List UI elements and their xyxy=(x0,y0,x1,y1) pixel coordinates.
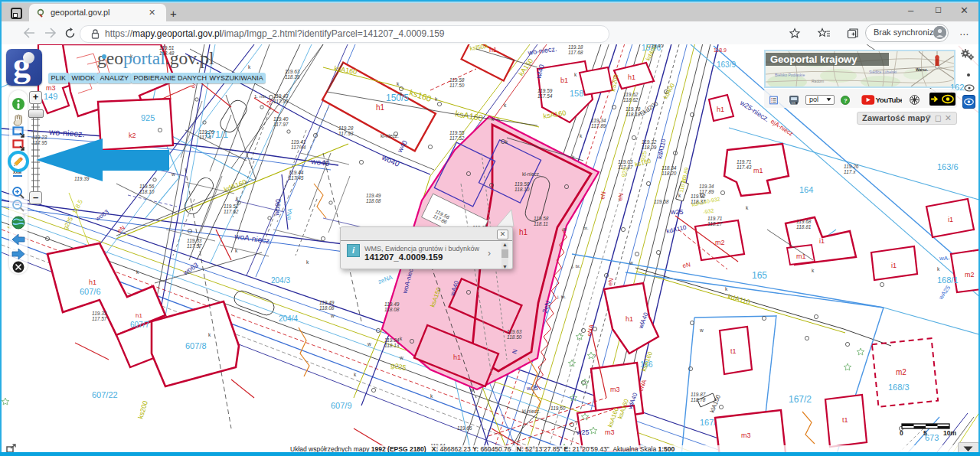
svg-text:h1: h1 xyxy=(453,353,461,361)
svg-text:163/6: 163/6 xyxy=(937,162,959,171)
svg-text:k: k xyxy=(397,81,400,86)
svg-text:117.50: 117.50 xyxy=(449,83,465,88)
svg-text:117.62: 117.62 xyxy=(224,209,239,214)
svg-text:118.5: 118.5 xyxy=(71,198,84,215)
svg-text:m3: m3 xyxy=(610,386,620,393)
svg-text:119.34: 119.34 xyxy=(591,118,606,123)
svg-text:h1: h1 xyxy=(626,315,633,323)
svg-text:kdA110: kdA110 xyxy=(666,224,688,235)
svg-text:g225: g225 xyxy=(390,361,407,372)
svg-text:118.50: 118.50 xyxy=(507,334,522,340)
svg-text:-932: -932 xyxy=(703,207,714,215)
svg-text:119.44: 119.44 xyxy=(289,170,304,175)
svg-text:119.03: 119.03 xyxy=(618,159,633,164)
svg-text:119.55: 119.55 xyxy=(449,130,465,135)
svg-text:m3: m3 xyxy=(605,428,615,436)
svg-text:eNA: eNA xyxy=(285,207,294,221)
svg-text:g225: g225 xyxy=(62,216,75,231)
svg-text:119.58: 119.58 xyxy=(654,199,669,204)
svg-text:h1: h1 xyxy=(628,73,635,81)
svg-text:Geoportal krajowy: Geoportal krajowy xyxy=(770,54,858,65)
svg-text:119.60: 119.60 xyxy=(550,406,566,411)
svg-text:t1: t1 xyxy=(730,347,737,355)
svg-text:119.26: 119.26 xyxy=(199,129,214,135)
svg-text:m3: m3 xyxy=(741,432,751,439)
svg-text:k: k xyxy=(725,286,728,292)
svg-text:118.08: 118.08 xyxy=(384,307,400,312)
svg-text:117.87: 117.87 xyxy=(618,164,633,170)
svg-text:h1: h1 xyxy=(376,103,385,112)
svg-text:eN: eN xyxy=(606,277,615,286)
svg-text:117.68: 117.68 xyxy=(568,50,583,55)
svg-text:j. bt.: j. bt. xyxy=(557,295,567,299)
svg-text:w: w xyxy=(367,341,371,347)
svg-text:119.26: 119.26 xyxy=(844,164,859,169)
svg-text:k: k xyxy=(937,266,940,272)
svg-text:i1: i1 xyxy=(948,216,953,223)
svg-text:117.57: 117.57 xyxy=(92,316,107,321)
svg-text:ks200: ks200 xyxy=(136,400,149,420)
svg-text:158: 158 xyxy=(570,89,583,98)
svg-text:wo90: wo90 xyxy=(273,199,283,217)
svg-text:119.34: 119.34 xyxy=(699,184,714,189)
svg-text:119.18: 119.18 xyxy=(568,44,583,50)
svg-text:119.59: 119.59 xyxy=(537,88,553,93)
svg-text:117.93: 117.93 xyxy=(338,131,354,136)
svg-text:119.33: 119.33 xyxy=(92,311,107,316)
svg-text:168/3: 168/3 xyxy=(888,383,910,392)
svg-text:167/2: 167/2 xyxy=(789,394,812,405)
svg-text:GIS: GIS xyxy=(791,102,796,105)
svg-text:k: k xyxy=(235,248,238,253)
svg-text:YouTube: YouTube xyxy=(876,96,903,104)
svg-text:119.52: 119.52 xyxy=(224,204,239,209)
svg-text:eNA: eNA xyxy=(586,324,595,337)
svg-text:k: k xyxy=(746,205,749,210)
svg-text:Warsz.: Warsz. xyxy=(916,67,929,72)
svg-text:117.4: 117.4 xyxy=(199,135,211,140)
svg-text:119.33: 119.33 xyxy=(187,238,202,243)
svg-text:117.54: 117.54 xyxy=(537,93,553,99)
svg-text:wA25: wA25 xyxy=(937,284,952,301)
svg-text:118.37: 118.37 xyxy=(691,199,706,204)
svg-text:119.66: 119.66 xyxy=(457,425,472,431)
svg-text:10m: 10m xyxy=(943,429,956,437)
svg-text:150/5: 150/5 xyxy=(386,93,409,103)
svg-text:k: k xyxy=(435,96,438,102)
svg-text:1. mb.: 1. mb. xyxy=(254,94,267,99)
svg-text:w: w xyxy=(699,327,704,333)
svg-text:h1: h1 xyxy=(89,278,96,286)
svg-text:119.58: 119.58 xyxy=(449,77,465,83)
svg-text:kl-niecz.: kl-niecz. xyxy=(522,409,541,414)
svg-text:kl-niecz.: kl-niecz. xyxy=(522,171,541,177)
svg-text:118.11: 118.11 xyxy=(534,221,548,226)
svg-text:w: w xyxy=(399,355,403,360)
svg-text:0: 0 xyxy=(900,429,903,437)
svg-text:119.63: 119.63 xyxy=(507,329,522,334)
svg-text:w: w xyxy=(629,260,633,265)
svg-text:b1: b1 xyxy=(560,77,568,84)
svg-text:119.92: 119.92 xyxy=(691,194,706,199)
svg-text:118.62: 118.62 xyxy=(623,97,639,103)
svg-text:kdA110: kdA110 xyxy=(727,292,750,306)
svg-text:117.52: 117.52 xyxy=(449,135,465,141)
svg-text:607/7: 607/7 xyxy=(130,321,149,329)
svg-text:k: k xyxy=(504,103,507,108)
svg-text:119.68: 119.68 xyxy=(796,219,812,224)
svg-text:h1: h1 xyxy=(489,46,497,54)
svg-text:m2: m2 xyxy=(896,368,906,376)
svg-text:117.x: 117.x xyxy=(844,169,856,174)
svg-text:119.58: 119.58 xyxy=(534,216,549,221)
svg-text:Ekd200: Ekd200 xyxy=(639,99,660,117)
svg-text:119.41: 119.41 xyxy=(291,139,306,145)
svg-text:ejA-niecz: ejA-niecz xyxy=(769,118,794,137)
svg-text:k: k xyxy=(580,133,583,138)
svg-text:?: ? xyxy=(844,97,848,104)
svg-text:119.87: 119.87 xyxy=(691,392,706,397)
svg-text:j. bt.: j. bt. xyxy=(571,264,581,269)
svg-text:118.20: 118.20 xyxy=(662,171,677,176)
svg-text:eN: eN xyxy=(599,191,607,200)
svg-text:119.28: 119.28 xyxy=(338,125,354,131)
svg-text:204/4: 204/4 xyxy=(279,314,298,323)
svg-text:w: w xyxy=(171,171,175,177)
svg-text:wo-niecz.: wo-niecz. xyxy=(527,45,557,57)
